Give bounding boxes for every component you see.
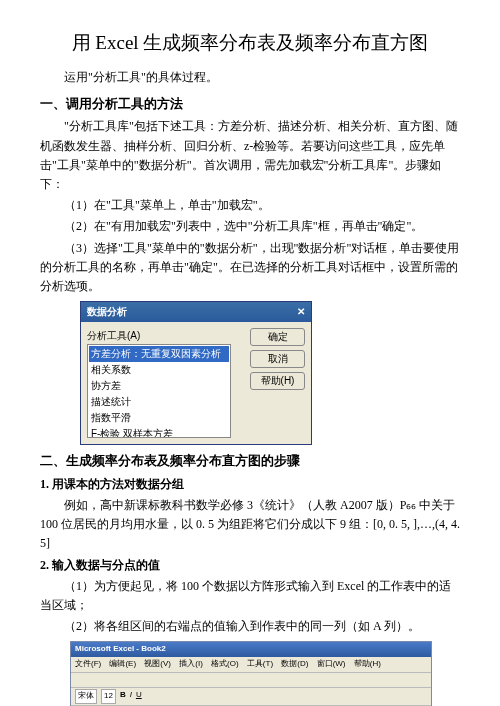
section-1-p1: "分析工具库"包括下述工具：方差分析、描述分析、相关分析、直方图、随机函数发生器… — [40, 117, 460, 194]
list-item[interactable]: 描述统计 — [89, 394, 229, 410]
analysis-tools-listbox[interactable]: 方差分析：无重复双因素分析 相关系数 协方差 描述统计 指数平滑 F-检验 双样… — [87, 344, 231, 438]
section-1-step3: （3）选择"工具"菜单中的"数据分析"，出现"数据分析"对话框，单击要使用的分析… — [40, 239, 460, 297]
data-analysis-dialog: 数据分析 ✕ 分析工具(A) 方差分析：无重复双因素分析 相关系数 协方差 描述… — [80, 301, 312, 445]
step-2-heading: 2. 输入数据与分点的值 — [40, 556, 460, 575]
close-icon[interactable]: ✕ — [297, 304, 305, 320]
menu-window[interactable]: 窗口(W) — [317, 659, 346, 668]
font-selector[interactable]: 宋体 — [75, 689, 97, 704]
menu-tools[interactable]: 工具(T) — [247, 659, 273, 668]
menu-view[interactable]: 视图(V) — [144, 659, 171, 668]
menu-data[interactable]: 数据(D) — [281, 659, 308, 668]
dialog-title-text: 数据分析 — [87, 304, 127, 320]
list-item[interactable]: 方差分析：无重复双因素分析 — [89, 346, 229, 362]
section-1-step2: （2）在"有用加载宏"列表中，选中"分析工具库"框，再单击"确定"。 — [40, 217, 460, 236]
step-1-text: 例如，高中新课标教科书数学必修 3《统计》（人教 A2007 版）P₆₆ 中关于… — [40, 496, 460, 554]
ok-button[interactable]: 确定 — [250, 328, 305, 346]
excel-menubar[interactable]: 文件(F) 编辑(E) 视图(V) 插入(I) 格式(O) 工具(T) 数据(D… — [71, 657, 431, 673]
dialog-titlebar: 数据分析 ✕ — [81, 302, 311, 322]
excel-format-bar[interactable]: 宋体 12 B I U — [71, 688, 431, 706]
page-title: 用 Excel 生成频率分布表及频率分布直方图 — [40, 28, 460, 58]
list-item[interactable]: F-检验 双样本方差 — [89, 426, 229, 438]
section-1-step1: （1）在"工具"菜单上，单击"加载宏"。 — [40, 196, 460, 215]
list-item[interactable]: 指数平滑 — [89, 410, 229, 426]
menu-insert[interactable]: 插入(I) — [179, 659, 203, 668]
step-2a-text: （1）为方便起见，将 100 个数据以方阵形式输入到 Excel 的工作表中的适… — [40, 577, 460, 615]
section-1-heading: 一、调用分析工具的方法 — [40, 94, 460, 115]
menu-format[interactable]: 格式(O) — [211, 659, 239, 668]
help-button[interactable]: 帮助(H) — [250, 372, 305, 390]
excel-toolbar[interactable] — [71, 673, 431, 688]
intro-text: 运用"分析工具"的具体过程。 — [40, 68, 460, 87]
bold-button[interactable]: B — [120, 689, 126, 704]
dialog-list-label: 分析工具(A) — [87, 328, 244, 344]
list-item[interactable]: 相关系数 — [89, 362, 229, 378]
step-2b-text: （2）将各组区间的右端点的值输入到作表中的同一列（如 A 列）。 — [40, 617, 460, 636]
cancel-button[interactable]: 取消 — [250, 350, 305, 368]
size-selector[interactable]: 12 — [101, 689, 116, 704]
step-1-heading: 1. 用课本的方法对数据分组 — [40, 475, 460, 494]
menu-edit[interactable]: 编辑(E) — [109, 659, 136, 668]
excel-window: Microsoft Excel - Book2 文件(F) 编辑(E) 视图(V… — [70, 641, 432, 706]
list-item[interactable]: 协方差 — [89, 378, 229, 394]
menu-file[interactable]: 文件(F) — [75, 659, 101, 668]
excel-titlebar: Microsoft Excel - Book2 — [71, 642, 431, 657]
italic-button[interactable]: I — [130, 689, 132, 704]
underline-button[interactable]: U — [136, 689, 142, 704]
section-2-heading: 二、生成频率分布表及频率分布直方图的步骤 — [40, 451, 460, 472]
menu-help[interactable]: 帮助(H) — [354, 659, 381, 668]
